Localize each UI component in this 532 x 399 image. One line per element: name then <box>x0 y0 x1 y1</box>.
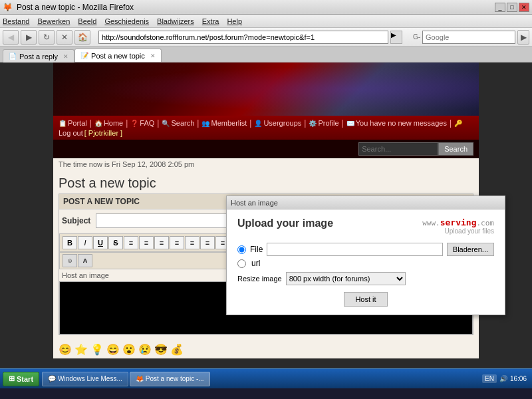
system-tray: 🔊 <box>499 375 507 382</box>
search-area: Search <box>53 140 479 158</box>
align-justify-button[interactable]: ≡ <box>170 236 184 249</box>
start-button[interactable]: ⊞ Start <box>3 372 39 386</box>
strikethrough-button[interactable]: S <box>108 236 123 249</box>
browser-titlebar: 🦊 Post a new topic - Mozilla Firefox _ □… <box>0 0 532 15</box>
menu-help[interactable]: Help <box>227 17 242 25</box>
taskbar-items: 💬 Windows Live Mess... 🦊 Post a new topi… <box>42 372 482 386</box>
modal-body: Upload your image www.serving.com Upload… <box>227 209 505 315</box>
serving-logo: www.serving.com <box>422 217 494 227</box>
back-button[interactable]: ◀ <box>3 30 19 45</box>
bold-button[interactable]: B <box>63 236 77 249</box>
nav-portal[interactable]: Portal <box>68 119 87 127</box>
tab-bar: 📄 Post a reply ✕ 📝 Post a new topic ✕ <box>0 47 532 63</box>
forum-search-input[interactable] <box>358 142 438 156</box>
stop-button[interactable]: ✕ <box>57 30 72 45</box>
page-content: 📋 Portal | 🏠 Home | ❓ FAQ | 🔍 Search | 👥… <box>0 63 532 388</box>
taskbar-label-1: Windows Live Mess... <box>58 375 122 382</box>
menu-bewerken[interactable]: Bewerken <box>37 17 70 25</box>
taskbar-item-2[interactable]: 🦊 Post a new topic -... <box>130 372 210 386</box>
resize-label: Resize image <box>237 275 282 283</box>
emoji-8[interactable]: 💰 <box>170 343 184 356</box>
menu-bladwijzers[interactable]: Bladwijzers <box>157 17 194 25</box>
window-controls: _ □ ✕ <box>495 3 529 12</box>
windows-icon: ⊞ <box>9 374 15 383</box>
emoji-5[interactable]: 😮 <box>122 343 136 356</box>
tab-label-2: Post a new topic <box>91 52 145 60</box>
menu-beeld[interactable]: Beeld <box>78 17 96 25</box>
url-radio[interactable] <box>237 259 246 268</box>
align-right-button[interactable]: ≡ <box>154 236 169 249</box>
menu-geschiedenis[interactable]: Geschiedenis <box>104 17 149 25</box>
url-option-row: url <box>237 259 494 268</box>
nav-messages[interactable]: You have no new messages <box>356 119 447 127</box>
go-button[interactable]: ▶ <box>390 31 402 44</box>
file-path-input[interactable] <box>267 243 442 256</box>
modal-titlebar: Host an image <box>227 196 505 209</box>
underline-button[interactable]: U <box>93 236 108 249</box>
nav-search[interactable]: Search <box>171 119 194 127</box>
subject-label: Subject <box>62 216 90 225</box>
nav-faq[interactable]: FAQ <box>140 119 154 127</box>
align-left-button[interactable]: ≡ <box>124 236 138 249</box>
file-label: File <box>250 245 263 254</box>
tab-favicon-2: 📝 <box>80 52 88 59</box>
address-bar[interactable] <box>98 31 388 44</box>
color2-button[interactable]: A <box>78 254 92 267</box>
forward-button[interactable]: ▶ <box>21 30 37 45</box>
serving-logo-area: www.serving.com Upload your files <box>422 217 494 235</box>
browser-search-button[interactable]: ▶ <box>517 30 529 45</box>
taskbar-right: EN 🔊 16:06 <box>482 374 529 383</box>
nav-logout[interactable]: Log out <box>59 129 83 137</box>
maximize-button[interactable]: □ <box>507 3 517 12</box>
smileys-button[interactable]: ☺ <box>63 254 77 267</box>
browse-button[interactable]: Bladeren... <box>447 243 494 256</box>
language-badge: EN <box>482 374 497 383</box>
browser-search-input[interactable] <box>422 31 515 44</box>
status-bar: The time now is Fri Sep 12, 2008 2:05 pm <box>53 158 479 170</box>
resize-select[interactable]: 800 px width (for forums) <box>286 272 406 285</box>
ordered-list-button[interactable]: ≡ <box>200 236 215 249</box>
emoji-3[interactable]: 💡 <box>90 343 104 356</box>
emoji-1[interactable]: 😊 <box>59 343 72 356</box>
tab-label-1: Post a reply <box>19 53 58 61</box>
reload-button[interactable]: ↻ <box>39 30 55 45</box>
tab-post-new-topic[interactable]: 📝 Post a new topic ✕ <box>74 49 162 62</box>
italic-button[interactable]: I <box>78 236 92 249</box>
site-banner <box>53 63 479 116</box>
nav-memberlist[interactable]: Memberlist <box>211 119 247 127</box>
host-it-button[interactable]: Host it <box>344 292 387 307</box>
home-button[interactable]: 🏠 <box>74 30 90 45</box>
browser-menubar: Bestand Bewerken Beeld Geschiedenis Blad… <box>0 15 532 28</box>
url-label: url <box>251 259 260 268</box>
file-radio[interactable] <box>237 245 246 254</box>
tab-close-1[interactable]: ✕ <box>63 53 68 60</box>
nav-home[interactable]: Home <box>104 119 123 127</box>
serving-sub: Upload your files <box>422 227 494 235</box>
modal-header: Upload your image www.serving.com Upload… <box>237 217 494 235</box>
taskbar: ⊞ Start 💬 Windows Live Mess... 🦊 Post a … <box>0 368 532 388</box>
forum-search-button[interactable]: Search <box>438 142 473 156</box>
resize-row: Resize image 800 px width (for forums) <box>237 272 494 285</box>
file-option-row: File Bladeren... <box>237 243 494 256</box>
menu-bestand[interactable]: Bestand <box>3 17 29 25</box>
google-label: G- <box>413 33 420 41</box>
emoji-7[interactable]: 😎 <box>154 343 168 356</box>
emoji-4[interactable]: 😄 <box>106 343 120 356</box>
emoji-6[interactable]: 😢 <box>138 343 152 356</box>
close-button[interactable]: ✕ <box>519 3 529 12</box>
menu-extra[interactable]: Extra <box>202 17 219 25</box>
modal-title: Host an image <box>231 199 278 207</box>
nav-profile[interactable]: Profile <box>318 119 338 127</box>
minimize-button[interactable]: _ <box>495 3 505 12</box>
taskbar-item-1[interactable]: 💬 Windows Live Mess... <box>42 372 128 386</box>
tab-favicon-1: 📄 <box>9 53 17 60</box>
tab-close-2[interactable]: ✕ <box>150 53 156 59</box>
site-nav: 📋 Portal | 🏠 Home | ❓ FAQ | 🔍 Search | 👥… <box>53 116 479 140</box>
list-button[interactable]: ≡ <box>185 236 200 249</box>
clock: 16:06 <box>510 375 527 382</box>
nav-usergroups[interactable]: Usergroups <box>263 119 301 127</box>
align-center-button[interactable]: ≡ <box>139 236 154 249</box>
taskbar-icon-2: 🦊 <box>136 375 144 382</box>
emoji-2[interactable]: ⭐ <box>74 343 88 356</box>
tab-post-reply[interactable]: 📄 Post a reply ✕ <box>3 49 74 63</box>
